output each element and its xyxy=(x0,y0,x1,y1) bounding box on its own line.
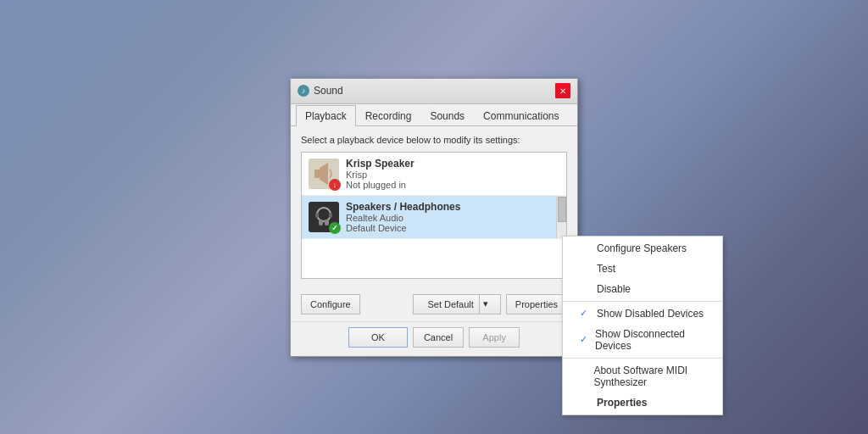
ctx-test[interactable]: Test xyxy=(563,259,722,279)
ctx-check-show-disabled: ✓ xyxy=(580,308,592,319)
dialog-title-text: Sound xyxy=(314,85,343,97)
dialog-instruction: Select a playback device below to modify… xyxy=(301,135,567,145)
speakers-device-info: Speakers / Headphones Realtek Audio Defa… xyxy=(346,201,559,233)
svg-rect-4 xyxy=(325,220,329,225)
ctx-disable[interactable]: Disable xyxy=(563,279,722,299)
tab-sounds[interactable]: Sounds xyxy=(420,105,474,126)
scrollbar-thumb xyxy=(558,197,566,222)
dialog-close-button[interactable]: ✕ xyxy=(555,83,570,98)
apply-button[interactable]: Apply xyxy=(469,327,520,348)
svg-rect-6 xyxy=(329,213,332,218)
tab-recording[interactable]: Recording xyxy=(356,105,421,126)
ctx-show-disconnected[interactable]: ✓ Show Disconnected Devices xyxy=(563,324,722,356)
ctx-check-show-disconnected: ✓ xyxy=(580,334,590,345)
device-icon-krisp: ↓ xyxy=(309,159,339,189)
svg-rect-5 xyxy=(315,213,319,218)
ctx-properties-label: Properties xyxy=(597,397,647,409)
speakers-status-badge: ✓ xyxy=(329,222,341,234)
ctx-properties[interactable]: Properties xyxy=(563,392,722,413)
set-default-arrow: ▾ xyxy=(479,295,492,314)
ctx-disable-label: Disable xyxy=(597,283,631,295)
ctx-show-disconnected-label: Show Disconnected Devices xyxy=(595,328,705,352)
ctx-configure-speakers-label: Configure Speakers xyxy=(597,242,687,254)
ctx-about-midi[interactable]: About Software MIDI Synthesizer xyxy=(563,360,722,392)
ctx-separator-2 xyxy=(563,358,722,359)
set-default-label: Set Default xyxy=(422,299,478,309)
speakers-device-name: Speakers / Headphones xyxy=(346,201,559,213)
properties-button[interactable]: Properties xyxy=(506,294,567,314)
svg-rect-3 xyxy=(319,220,323,225)
device-icon-speakers: ✓ xyxy=(309,202,339,232)
title-left: ♪ Sound xyxy=(298,85,343,97)
svg-rect-0 xyxy=(314,170,320,178)
device-item-speakers[interactable]: ✓ Speakers / Headphones Realtek Audio De… xyxy=(302,196,566,239)
svg-marker-1 xyxy=(320,163,328,185)
ctx-show-disabled-label: Show Disabled Devices xyxy=(597,308,704,320)
set-default-button[interactable]: Set Default ▾ xyxy=(413,294,500,314)
configure-button[interactable]: Configure xyxy=(301,294,360,314)
krisp-device-name: Krisp Speaker xyxy=(346,158,559,170)
ctx-show-disabled[interactable]: ✓ Show Disabled Devices xyxy=(563,303,722,324)
krisp-device-driver: Krisp xyxy=(346,170,559,180)
dialog-bottom-buttons: Configure Set Default ▾ Properties xyxy=(291,287,577,321)
dialog-titlebar: ♪ Sound ✕ xyxy=(291,79,577,104)
krisp-device-info: Krisp Speaker Krisp Not plugged in xyxy=(346,158,559,190)
krisp-device-status: Not plugged in xyxy=(346,180,559,190)
tabs-bar: Playback Recording Sounds Communications xyxy=(291,104,577,126)
tab-playback[interactable]: Playback xyxy=(296,105,356,126)
svg-point-2 xyxy=(317,208,331,221)
context-menu: Configure Speakers Test Disable ✓ Show D… xyxy=(562,236,723,415)
dialog-body: Select a playback device below to modify… xyxy=(291,126,577,287)
cancel-button[interactable]: Cancel xyxy=(413,327,464,348)
ctx-about-midi-label: About Software MIDI Synthesizer xyxy=(593,364,705,388)
krisp-status-badge: ↓ xyxy=(329,179,341,191)
dialog-action-row: OK Cancel Apply xyxy=(291,321,577,356)
sound-dialog: ♪ Sound ✕ Playback Recording Sounds Comm… xyxy=(290,78,578,357)
tab-communications[interactable]: Communications xyxy=(474,105,568,126)
ctx-test-label: Test xyxy=(597,263,615,275)
ctx-configure-speakers[interactable]: Configure Speakers xyxy=(563,238,722,259)
ctx-separator-1 xyxy=(563,301,722,302)
device-item-krisp[interactable]: ↓ Krisp Speaker Krisp Not plugged in xyxy=(302,153,566,196)
dialog-overlay: ♪ Sound ✕ Playback Recording Sounds Comm… xyxy=(0,0,868,434)
ok-button[interactable]: OK xyxy=(348,327,408,348)
device-list-scrollbar[interactable] xyxy=(556,196,566,238)
dialog-title-icon: ♪ xyxy=(298,85,309,97)
speakers-device-driver: Realtek Audio xyxy=(346,213,559,223)
device-list: ↓ Krisp Speaker Krisp Not plugged in xyxy=(301,152,567,279)
speakers-device-status: Default Device xyxy=(346,223,559,233)
